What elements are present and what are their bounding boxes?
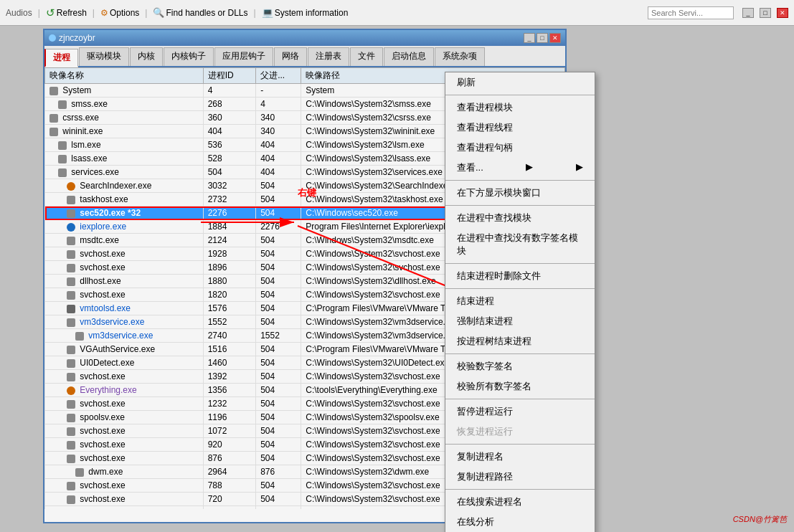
options-icon: ⚙ bbox=[100, 8, 108, 18]
process-name-cell[interactable]: SearchIndexer.exe bbox=[45, 179, 204, 193]
process-name-cell[interactable]: svchost.exe bbox=[45, 247, 204, 261]
process-name-cell[interactable]: svchost.exe bbox=[45, 452, 204, 465]
process-name: sec520.exe *32 bbox=[80, 208, 141, 218]
refresh-label[interactable]: Refresh bbox=[57, 8, 87, 18]
context-menu-item[interactable]: 校验所有数字签名 bbox=[445, 376, 595, 396]
col-ppid[interactable]: 父进... bbox=[256, 68, 301, 84]
process-icon bbox=[67, 209, 75, 218]
process-name-cell[interactable]: lsm.exe bbox=[45, 138, 204, 152]
process-name: Everything.exe bbox=[80, 385, 136, 395]
process-name-cell[interactable]: sec520.exe *32 bbox=[45, 206, 204, 220]
context-menu[interactable]: 刷新查看进程模块查看进程线程查看进程句柄查看...▶在下方显示模块窗口在进程中查… bbox=[445, 72, 595, 532]
background-toolbar: Audios | ↺ Refresh | ⚙ Options | 🔍 Find … bbox=[0, 0, 794, 26]
process-name-cell[interactable]: taskhost.exe bbox=[45, 193, 204, 206]
tab-driver[interactable]: 驱动模块 bbox=[79, 47, 129, 66]
context-menu-item[interactable]: 结束进程时删除文件 bbox=[445, 266, 595, 286]
options-label[interactable]: Options bbox=[110, 8, 139, 18]
process-name-cell[interactable]: Everything.exe bbox=[45, 384, 204, 397]
bg-sysinfo-btn[interactable]: 💻 System information bbox=[262, 7, 349, 18]
process-pid: 1576 bbox=[203, 302, 256, 315]
find-label[interactable]: Find handles or DLLs bbox=[166, 8, 247, 18]
bg-find-btn[interactable]: 🔍 Find handles or DLLs bbox=[153, 7, 247, 18]
process-name-cell[interactable]: svchost.exe bbox=[45, 438, 204, 452]
context-menu-item[interactable]: 在下方显示模块窗口 bbox=[445, 183, 595, 203]
col-name[interactable]: 映像名称 bbox=[45, 68, 204, 84]
context-menu-item[interactable]: 按进程树结束进程 bbox=[445, 331, 595, 351]
win-min-button[interactable]: _ bbox=[524, 33, 535, 43]
process-ppid: 340 bbox=[256, 111, 301, 125]
sysinfo-label[interactable]: System information bbox=[275, 8, 349, 18]
process-name-cell[interactable]: lsass.exe bbox=[45, 152, 204, 166]
col-pid[interactable]: 进程ID bbox=[203, 68, 256, 84]
process-name-cell[interactable]: csrss.exe bbox=[45, 111, 204, 125]
process-name-cell[interactable]: UI0Detect.exe bbox=[45, 356, 204, 370]
tab-kernel-hook[interactable]: 内核钩子 bbox=[164, 47, 214, 66]
context-menu-item[interactable]: 强制结束进程 bbox=[445, 311, 595, 331]
process-name-cell[interactable]: svchost.exe bbox=[45, 506, 204, 510]
min-button[interactable]: _ bbox=[742, 8, 754, 18]
process-pid: 360 bbox=[203, 111, 256, 125]
process-name-cell[interactable]: svchost.exe bbox=[45, 479, 204, 493]
tab-startup[interactable]: 启动信息 bbox=[384, 47, 434, 66]
context-menu-item[interactable]: 复制进程名 bbox=[445, 447, 595, 467]
process-name-cell[interactable]: dwm.exe bbox=[45, 465, 204, 479]
process-name: smss.exe bbox=[71, 99, 108, 109]
process-name: spoolsv.exe bbox=[80, 412, 124, 422]
process-name-cell[interactable]: iexplore.exe bbox=[45, 220, 204, 234]
bg-refresh-btn[interactable]: ↺ Refresh bbox=[46, 6, 87, 19]
context-menu-divider bbox=[445, 288, 595, 289]
process-name-cell[interactable]: svchost.exe bbox=[45, 397, 204, 411]
process-name-cell[interactable]: spoolsv.exe bbox=[45, 411, 204, 424]
max-button[interactable]: □ bbox=[760, 8, 771, 18]
process-pid: 1896 bbox=[203, 261, 256, 275]
process-name-cell[interactable]: svchost.exe bbox=[45, 370, 204, 384]
process-name-cell[interactable]: smss.exe bbox=[45, 98, 204, 111]
process-name-cell[interactable]: svchost.exe bbox=[45, 493, 204, 506]
context-menu-item[interactable]: 复制进程路径 bbox=[445, 467, 595, 487]
process-name-cell[interactable]: System bbox=[45, 84, 204, 98]
process-name-cell[interactable]: dllhost.exe bbox=[45, 275, 204, 288]
context-menu-item[interactable]: 暂停进程运行 bbox=[445, 402, 595, 422]
context-menu-item[interactable]: 查看进程模块 bbox=[445, 98, 595, 118]
context-menu-item[interactable]: 查看进程句柄 bbox=[445, 138, 595, 158]
tab-app-hook[interactable]: 应用层钩子 bbox=[214, 47, 273, 66]
tab-misc[interactable]: 系统杂项 bbox=[435, 47, 485, 66]
tab-registry[interactable]: 注册表 bbox=[308, 47, 349, 66]
tab-process[interactable]: 进程 bbox=[44, 49, 78, 67]
win-close-button[interactable]: ✕ bbox=[549, 33, 561, 43]
process-name-cell[interactable]: msdtc.exe bbox=[45, 234, 204, 247]
process-pid: 648 bbox=[203, 506, 256, 510]
context-menu-item[interactable]: 在进程中查找没有数字签名模块 bbox=[445, 228, 595, 261]
context-menu-item[interactable]: 校验数字签名 bbox=[445, 356, 595, 376]
context-menu-item[interactable]: 恢复进程运行 bbox=[445, 422, 595, 442]
process-name-cell[interactable]: svchost.exe bbox=[45, 261, 204, 275]
process-icon bbox=[58, 141, 67, 150]
context-menu-item[interactable]: 在线搜索进程名 bbox=[445, 492, 595, 512]
tab-network[interactable]: 网络 bbox=[274, 47, 307, 66]
process-ppid: 504 bbox=[256, 479, 301, 493]
process-name-cell[interactable]: svchost.exe bbox=[45, 424, 204, 438]
context-menu-item[interactable]: 查看进程线程 bbox=[445, 118, 595, 138]
tab-kernel[interactable]: 内核 bbox=[130, 47, 163, 66]
process-name-cell[interactable]: svchost.exe bbox=[45, 288, 204, 302]
context-menu-item[interactable]: 在进程中查找模块 bbox=[445, 208, 595, 228]
context-menu-item[interactable]: 在线分析 bbox=[445, 512, 595, 532]
process-name-cell[interactable]: vm3dservice.exe bbox=[45, 329, 204, 343]
process-name-cell[interactable]: VGAuthService.exe bbox=[45, 343, 204, 356]
process-name-cell[interactable]: services.exe bbox=[45, 166, 204, 179]
process-name-cell[interactable]: vmtoolsd.exe bbox=[45, 302, 204, 315]
process-pid: 720 bbox=[203, 493, 256, 506]
process-name-cell[interactable]: wininit.exe bbox=[45, 125, 204, 138]
bg-options-btn[interactable]: ⚙ Options bbox=[100, 8, 139, 18]
process-name-cell[interactable]: vm3dservice.exe bbox=[45, 315, 204, 329]
context-menu-item[interactable]: 查看...▶ bbox=[445, 158, 595, 178]
close-button[interactable]: ✕ bbox=[777, 8, 788, 18]
context-menu-item[interactable]: 结束进程 bbox=[445, 291, 595, 311]
window-title: zjnczoybr bbox=[59, 33, 95, 43]
win-max-button[interactable]: □ bbox=[537, 33, 548, 43]
tab-file[interactable]: 文件 bbox=[350, 47, 383, 66]
context-menu-item[interactable]: 刷新 bbox=[445, 72, 595, 92]
search-input[interactable] bbox=[648, 6, 734, 19]
context-menu-divider bbox=[445, 180, 595, 181]
process-ppid: 504 bbox=[256, 261, 301, 275]
